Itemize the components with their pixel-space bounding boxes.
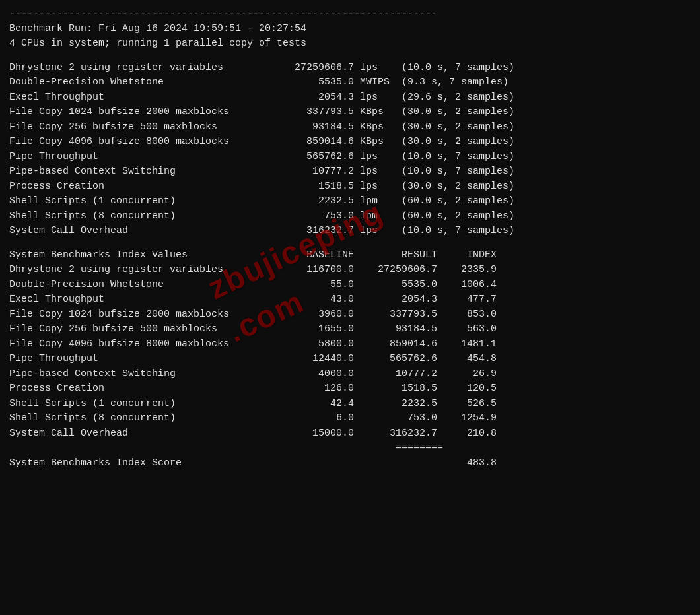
index-row: File Copy 256 bufsize 500 maxblocks 1655… [9, 322, 691, 337]
separator-top: ----------------------------------------… [9, 7, 691, 22]
index-row: Shell Scripts (8 concurrent) 6.0 753.0 1… [9, 411, 691, 426]
benchmark-row: Shell Scripts (8 concurrent) 753.0 lpm (… [9, 209, 691, 224]
benchmark-row: File Copy 1024 bufsize 2000 maxblocks 33… [9, 105, 691, 120]
benchmark-row: Execl Throughput 2054.3 lps (29.6 s, 2 s… [9, 90, 691, 106]
final-score-line: System Benchmarks Index Score 483.8 [9, 456, 691, 471]
equals-line: ======== [9, 441, 691, 456]
benchmark-row: File Copy 4096 bufsize 8000 maxblocks 85… [9, 135, 691, 150]
index-row: Process Creation 126.0 1518.5 120.5 [9, 381, 691, 397]
index-row: System Call Overhead 15000.0 316232.7 21… [9, 426, 691, 441]
index-row: Shell Scripts (1 concurrent) 42.4 2232.5… [9, 397, 691, 412]
benchmark-row: Shell Scripts (1 concurrent) 2232.5 lpm … [9, 194, 691, 209]
index-row: File Copy 1024 bufsize 2000 maxblocks 39… [9, 308, 691, 323]
index-row: Double-Precision Whetstone 55.0 5535.0 1… [9, 278, 691, 293]
index-row: Pipe Throughput 12440.0 565762.6 454.8 [9, 352, 691, 367]
index-header-row: System Benchmarks Index Values BASELINE … [9, 248, 691, 263]
benchmark-row: Pipe Throughput 565762.6 lps (10.0 s, 7 … [9, 150, 691, 165]
header-line1: Benchmark Run: Fri Aug 16 2024 19:59:51 … [9, 22, 691, 37]
benchmark-row: Pipe-based Context Switching 10777.2 lps… [9, 164, 691, 179]
benchmark-row: Dhrystone 2 using register variables 272… [9, 61, 691, 76]
index-row: Pipe-based Context Switching 4000.0 1077… [9, 367, 691, 382]
index-section: System Benchmarks Index Values BASELINE … [9, 248, 691, 441]
terminal-output: ----------------------------------------… [9, 7, 691, 470]
index-row: File Copy 4096 bufsize 8000 maxblocks 58… [9, 337, 691, 352]
benchmark-row: File Copy 256 bufsize 500 maxblocks 9318… [9, 120, 691, 135]
index-row: Dhrystone 2 using register variables 116… [9, 263, 691, 278]
index-row: Execl Throughput 43.0 2054.3 477.7 [9, 292, 691, 308]
benchmark-row: System Call Overhead 316232.7 lps (10.0 … [9, 224, 691, 239]
benchmarks-section: Dhrystone 2 using register variables 272… [9, 61, 691, 239]
header-line2: 4 CPUs in system; running 1 parallel cop… [9, 36, 691, 51]
benchmark-row: Double-Precision Whetstone 5535.0 MWIPS … [9, 75, 691, 90]
benchmark-row: Process Creation 1518.5 lps (30.0 s, 2 s… [9, 179, 691, 195]
